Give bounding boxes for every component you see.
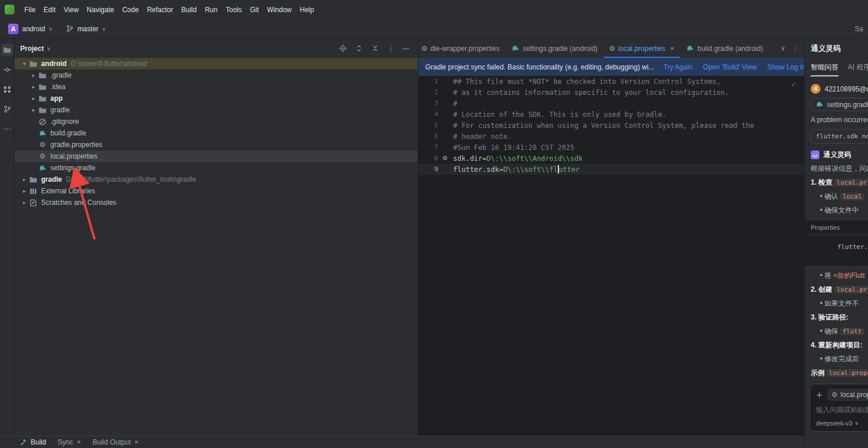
- menu-item-git[interactable]: Git: [246, 3, 263, 16]
- chat-input[interactable]: 输入问题或粘贴图: [816, 405, 868, 415]
- close-icon[interactable]: ✕: [134, 439, 139, 445]
- tree-item-gradle[interactable]: ▸gradleD:\soft\flutter\packages\flutter_…: [14, 174, 418, 185]
- tab-list-button[interactable]: ∨: [781, 45, 785, 52]
- menu-item-window[interactable]: Window: [263, 3, 296, 16]
- text-segment: 3.: [811, 313, 818, 321]
- code-line-3[interactable]: 3#: [418, 98, 804, 109]
- tree-item-app[interactable]: ▸app: [14, 93, 418, 104]
- project-title[interactable]: Project: [20, 45, 44, 53]
- menu-item-edit[interactable]: Edit: [39, 3, 60, 16]
- commit-button[interactable]: [1, 64, 13, 76]
- hide-minus-button[interactable]: —: [402, 44, 410, 53]
- options-kebab-icon: ⋮: [387, 44, 395, 53]
- code-line-1[interactable]: 1## This file must *NOT* be checked into…: [418, 76, 804, 87]
- chevron-right-icon: ▸: [30, 96, 38, 101]
- gear-icon: ⚙: [609, 45, 616, 53]
- toolwindow-tab-sync[interactable]: Sync✕: [58, 438, 81, 446]
- model-selector[interactable]: deepseek-v3 ∨: [816, 420, 868, 427]
- code-line-4[interactable]: 4# Location of the SDK. This is only use…: [418, 109, 804, 120]
- banner-link[interactable]: Open 'Build' View: [703, 63, 757, 71]
- tree-item-.gradle[interactable]: ▸.gradle: [14, 69, 418, 81]
- tree-item-External-Libraries[interactable]: ▸External Libraries: [14, 185, 418, 197]
- line-number: 1: [418, 78, 438, 85]
- chat-text-line: 示例 local.prope: [811, 368, 868, 378]
- code-line-8[interactable]: 8⚙sdk.dir=D\:\\soft\\Android\\sdk: [418, 153, 804, 164]
- menu-item-tools[interactable]: Tools: [222, 3, 246, 16]
- tree-item-settings.gradle[interactable]: settings.gradle: [14, 162, 418, 174]
- tree-item-local.properties[interactable]: ⚙local.properties: [14, 150, 418, 162]
- code-line-2[interactable]: 2# as it contains information specific t…: [418, 87, 804, 98]
- editor-tab-local.properties[interactable]: ⚙local.properties✕: [604, 39, 681, 58]
- editor-tab-dle-wrapper.properties[interactable]: ⚙dle-wrapper.properties: [418, 39, 505, 58]
- text-segment: 验证路径:: [818, 313, 848, 321]
- structure-button[interactable]: [1, 83, 13, 96]
- line-number: 5: [418, 122, 438, 129]
- tree-item-build.gradle[interactable]: build.gradle: [14, 127, 418, 139]
- referenced-file-chip[interactable]: settings.gradle: [811, 98, 868, 111]
- menu-item-build[interactable]: Build: [177, 3, 201, 16]
- options-kebab-button[interactable]: ⋮: [387, 44, 395, 53]
- menu-item-code[interactable]: Code: [118, 3, 143, 16]
- branch-widget[interactable]: master ∨: [62, 23, 109, 35]
- code-line-7[interactable]: 7#Sun Feb 16 19:41:28 CST 2025: [418, 142, 804, 153]
- banner-link[interactable]: Try Again: [664, 63, 693, 71]
- tree-item-Scratches-and-Consoles[interactable]: ▸Scratches and Consoles: [14, 197, 418, 208]
- project-badge-icon: A: [8, 24, 19, 34]
- gear-icon: ⚙: [832, 391, 838, 399]
- banner-link[interactable]: Show Log in Explorer: [767, 63, 804, 71]
- token: sdk.dir: [453, 155, 483, 163]
- add-attachment-button[interactable]: +: [816, 390, 823, 399]
- menu-item-navigate[interactable]: Navigate: [83, 3, 118, 16]
- more-button[interactable]: ⋯: [1, 123, 13, 135]
- chevron-right-icon: ▸: [20, 177, 28, 182]
- locate-button[interactable]: [339, 44, 347, 53]
- chat-text-line: • 将 <你的Flutt: [811, 271, 868, 281]
- editor-options-button[interactable]: ⋮: [792, 45, 799, 52]
- editor-tab-bar: ⚙dle-wrapper.propertiessettings.gradle (…: [418, 39, 804, 58]
- menu-item-view[interactable]: View: [60, 3, 83, 16]
- gutter-gear-icon[interactable]: ⚙: [438, 155, 452, 162]
- code-line-9[interactable]: 9flutter.sdk=D\:\\soft\\flutter: [418, 164, 804, 175]
- code-block-body: flutter.sd: [805, 235, 868, 266]
- tree-item-.idea[interactable]: ▸.idea: [14, 81, 418, 93]
- menu-item-refactor[interactable]: Refactor: [143, 3, 177, 16]
- hide-minus-icon: —: [402, 44, 410, 53]
- editor-tab-build.gradle[interactable]: build.gradle (android): [680, 39, 768, 58]
- token: utter: [559, 166, 580, 174]
- ai-tab-secondary[interactable]: AI 程序员: [848, 58, 868, 76]
- collapse-button[interactable]: [371, 44, 380, 53]
- tree-item-.gitignore[interactable]: .gitignore: [14, 116, 418, 127]
- folder-button[interactable]: [1, 44, 13, 56]
- tab-label: dle-wrapper.properties: [431, 45, 499, 53]
- tree-item-gradle[interactable]: ▸gradle: [14, 104, 418, 116]
- ide-logo-icon[interactable]: [5, 5, 14, 14]
- expand-button[interactable]: [355, 44, 363, 53]
- text-segment: 创建: [818, 285, 834, 293]
- error-snippet-chip: flutter.sdk not se: [811, 129, 868, 144]
- token: # For customization when using a Version…: [453, 122, 754, 130]
- toolwindow-tab-build-output[interactable]: Build Output✕: [93, 438, 139, 446]
- code-line-6[interactable]: 6# header note.: [418, 131, 804, 142]
- menu-item-help[interactable]: Help: [296, 3, 318, 16]
- vcs-button[interactable]: [1, 103, 13, 115]
- close-icon[interactable]: ✕: [670, 46, 675, 52]
- structure-icon: [3, 85, 12, 94]
- text-segment: 确保: [825, 327, 840, 335]
- code-editor[interactable]: 1## This file must *NOT* be checked into…: [418, 76, 804, 436]
- chevron-down-icon: ∨: [49, 26, 53, 32]
- close-icon[interactable]: ✕: [76, 439, 81, 445]
- tree-item-android[interactable]: ▾androidG:\clone\ff-flutter\android: [14, 58, 418, 69]
- chevron-right-icon: ▸: [30, 107, 38, 113]
- toolwindow-tab-build[interactable]: Build: [20, 438, 46, 446]
- editor-tab-settings.gradle[interactable]: settings.gradle (android): [505, 39, 603, 58]
- menu-item-file[interactable]: File: [20, 3, 39, 16]
- ai-tab-active[interactable]: 智能问答: [811, 58, 838, 76]
- code-line-5[interactable]: 5# For customization when using a Versio…: [418, 120, 804, 131]
- collapse-icon: [371, 44, 380, 53]
- inspections-check-icon[interactable]: ✓: [791, 81, 796, 89]
- project-widget[interactable]: A android ∨: [5, 22, 56, 36]
- attached-file-chip[interactable]: ⚙ local.prope: [827, 389, 868, 401]
- tree-item-gradle.properties[interactable]: ⚙gradle.properties: [14, 139, 418, 150]
- folder-icon: [38, 71, 47, 80]
- menu-item-run[interactable]: Run: [201, 3, 222, 16]
